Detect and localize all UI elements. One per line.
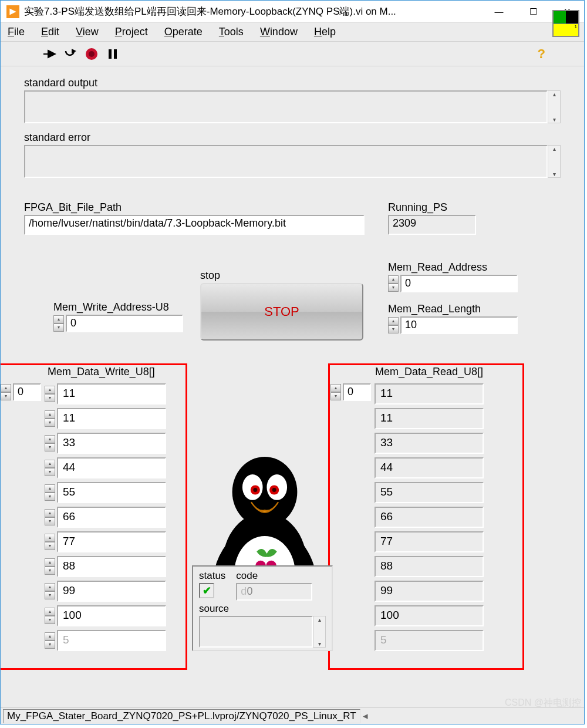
menu-file[interactable]: File xyxy=(8,26,25,38)
read-array-cell: 44 xyxy=(375,457,484,478)
source-scroll[interactable]: ▴▾ xyxy=(313,616,326,648)
write-array-cell[interactable]: 88 xyxy=(57,556,166,577)
svg-rect-4 xyxy=(109,49,112,59)
spinner-icon[interactable]: ▴▾ xyxy=(45,534,55,550)
write-array-index[interactable]: ▴▾ 0 xyxy=(1,383,41,401)
fpga-path-label: FPGA_Bit_File_Path xyxy=(24,201,370,214)
write-array-cell[interactable]: 100 xyxy=(57,605,166,626)
watermark: CSDN @神电测控 xyxy=(505,697,581,709)
read-array-cell: 11 xyxy=(375,383,484,405)
spinner-icon[interactable]: ▴▾ xyxy=(388,317,399,333)
mem-read-len-label: Mem_Read_Length xyxy=(388,303,518,315)
mem-write-addr-label: Mem_Write_Address-U8 xyxy=(53,301,183,314)
abort-icon[interactable] xyxy=(84,46,99,62)
statusbar-arrow-icon[interactable]: ◂ xyxy=(363,710,368,722)
standard-output-indicator: ▴▾ xyxy=(24,90,561,123)
minimize-button[interactable]: ― xyxy=(482,1,516,22)
standard-error-indicator: ▴▾ xyxy=(24,145,561,178)
write-array-cell[interactable]: 11 xyxy=(57,408,166,429)
write-array-cell[interactable]: 66 xyxy=(57,507,166,528)
write-array-cell[interactable]: 77 xyxy=(57,531,166,552)
spinner-icon[interactable]: ▴▾ xyxy=(53,315,64,332)
read-array-index[interactable]: ▴▾ 0 xyxy=(330,383,371,401)
mem-data-read-label: Mem_Data_Read_U8[] xyxy=(375,366,483,378)
run-icon[interactable] xyxy=(42,46,57,62)
read-array-cell: 33 xyxy=(375,433,484,454)
svg-point-15 xyxy=(272,488,276,492)
maximize-button[interactable]: ☐ xyxy=(516,1,550,22)
statusbar: My_FPGA_Stater_Board_ZYNQ7020_PS+PL.lvpr… xyxy=(1,707,584,724)
write-array-cell[interactable]: 55 xyxy=(57,482,166,503)
stop-button[interactable]: STOP xyxy=(200,283,363,341)
read-array-cell: 66 xyxy=(375,507,484,528)
running-ps-indicator: 2309 xyxy=(388,215,476,235)
standard-error-scroll[interactable]: ▴▾ xyxy=(548,145,561,178)
spinner-icon[interactable]: ▴▾ xyxy=(45,583,55,599)
menu-help[interactable]: Help xyxy=(314,26,336,38)
pause-icon[interactable] xyxy=(105,46,120,62)
running-ps-label: Running_PS xyxy=(388,201,476,214)
menu-tools[interactable]: Tools xyxy=(219,26,244,38)
svg-point-13 xyxy=(253,488,257,492)
spinner-icon[interactable]: ▴▾ xyxy=(45,460,55,476)
spinner-icon[interactable]: ▴▾ xyxy=(45,558,55,575)
svg-rect-5 xyxy=(114,49,117,59)
run-continuous-icon[interactable] xyxy=(63,46,78,62)
write-array-index-value[interactable]: 0 xyxy=(13,383,41,401)
spinner-icon[interactable]: ▴▾ xyxy=(388,275,399,292)
mem-data-write-array[interactable]: ▴▾11▴▾11▴▾33▴▾44▴▾55▴▾66▴▾77▴▾88▴▾99▴▾10… xyxy=(45,383,166,651)
menu-window[interactable]: Window xyxy=(260,26,298,38)
standard-output-label: standard output xyxy=(24,77,561,89)
spinner-icon[interactable]: ▴▾ xyxy=(45,435,55,451)
spinner-icon[interactable]: ▴▾ xyxy=(45,608,55,624)
spinner-icon[interactable]: ▴▾ xyxy=(1,384,11,400)
spinner-icon[interactable]: ▴▾ xyxy=(45,632,55,649)
status-label: status xyxy=(199,570,225,582)
spinner-icon[interactable]: ▴▾ xyxy=(45,509,55,525)
standard-error-label: standard error xyxy=(24,132,561,144)
read-array-cell: 77 xyxy=(375,531,484,552)
spinner-icon[interactable]: ▴▾ xyxy=(45,410,55,427)
app-window: 实验7.3-PS端发送数组给PL端再回读回来-Memory-Loopback(Z… xyxy=(0,0,585,724)
fpga-path-input[interactable]: /home/lvuser/natinst/bin/data/7.3-Loopba… xyxy=(24,215,365,235)
source-label: source xyxy=(199,603,326,615)
read-array-index-value[interactable]: 0 xyxy=(343,383,371,401)
read-array-cell: 55 xyxy=(375,482,484,503)
spinner-icon[interactable]: ▴▾ xyxy=(45,386,55,402)
write-array-cell[interactable]: 99 xyxy=(57,581,166,602)
write-array-cell[interactable]: 33 xyxy=(57,433,166,454)
vi-connector-icon[interactable]: 1 xyxy=(552,10,579,37)
read-array-cell: 99 xyxy=(375,581,484,602)
mem-read-len-value[interactable]: 10 xyxy=(400,316,518,334)
menubar: File Edit View Project Operate Tools Win… xyxy=(1,23,584,42)
checkmark-icon: ✔ xyxy=(203,584,211,597)
mem-write-addr-value[interactable]: 0 xyxy=(66,315,183,332)
front-panel: standard output ▴▾ standard error ▴▾ FPG… xyxy=(1,66,584,707)
code-indicator: d0 xyxy=(236,583,312,601)
read-array-cell: 88 xyxy=(375,556,484,577)
mem-read-addr-label: Mem_Read_Address xyxy=(388,261,518,274)
menu-project[interactable]: Project xyxy=(115,26,148,38)
mem-write-addr-control[interactable]: ▴▾ 0 xyxy=(53,315,183,332)
menu-operate[interactable]: Operate xyxy=(164,26,203,38)
menu-view[interactable]: View xyxy=(76,26,99,38)
menu-edit[interactable]: Edit xyxy=(41,26,59,38)
standard-output-scroll[interactable]: ▴▾ xyxy=(548,90,561,123)
mem-data-write-label: Mem_Data_Write_U8[] xyxy=(48,366,155,378)
source-indicator xyxy=(199,616,313,648)
mem-read-addr-value[interactable]: 0 xyxy=(400,275,518,292)
mem-read-addr-control[interactable]: ▴▾ 0 xyxy=(388,275,518,292)
write-array-cell[interactable]: 5 xyxy=(57,630,166,651)
stop-caption: stop xyxy=(200,269,363,282)
write-array-cell[interactable]: 11 xyxy=(57,383,166,405)
read-array-cell: 11 xyxy=(375,408,484,429)
spinner-icon[interactable]: ▴▾ xyxy=(45,484,55,501)
write-array-cell[interactable]: 44 xyxy=(57,457,166,478)
context-help-icon[interactable]: ? xyxy=(538,46,545,62)
read-array-cell: 100 xyxy=(375,605,484,626)
spinner-icon[interactable]: ▴▾ xyxy=(330,384,341,400)
svg-marker-0 xyxy=(9,8,16,15)
mem-read-len-control[interactable]: ▴▾ 10 xyxy=(388,316,518,334)
labview-app-icon xyxy=(6,5,19,18)
statusbar-project-path: My_FPGA_Stater_Board_ZYNQ7020_PS+PL.lvpr… xyxy=(3,709,360,723)
